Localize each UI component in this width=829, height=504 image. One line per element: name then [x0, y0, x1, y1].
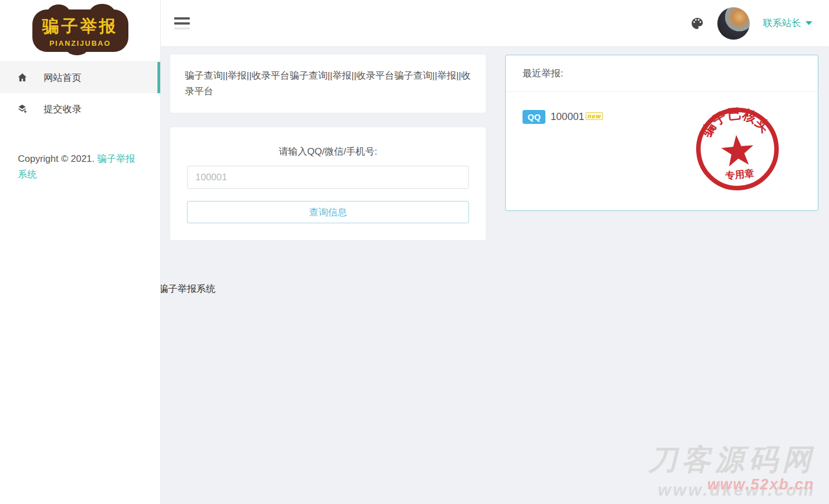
stamp-bottom-text: 专用章 — [724, 167, 754, 181]
watermark: 刀客源码网 www.dkewl.com www.52xb.cn — [648, 440, 816, 501]
home-icon — [17, 72, 28, 83]
footer-site-name: 骗子举报系统 — [159, 282, 215, 295]
watermark-title: 刀客源码网 — [648, 440, 816, 479]
sidebar-item-home[interactable]: 网站首页 — [0, 62, 160, 93]
new-badge-icon: new — [586, 112, 602, 120]
recent-reports-body: QQ 100001 new 骗子已核实 — [506, 92, 818, 210]
intro-text: 骗子查询||举报||收录平台骗子查询||举报||收录平台骗子查询||举报||收录… — [185, 70, 471, 97]
stamp-arc-text: 骗子已核实 — [696, 103, 774, 141]
sidebar-item-submit[interactable]: 提交收录 — [0, 93, 160, 124]
chevron-down-icon — [806, 21, 812, 25]
search-card: 请输入QQ/微信/手机号: 查询信息 — [170, 127, 486, 240]
avatar[interactable] — [717, 7, 750, 40]
menu-toggle-button[interactable] — [174, 17, 190, 30]
theme-palette-button[interactable] — [691, 17, 704, 30]
copyright: Copyright © 2021. 骗子举报系统 — [0, 151, 160, 183]
recent-reports-card: 最近举报: QQ 100001 new 骗子已核 — [505, 55, 818, 211]
site-logo[interactable]: 骗子举报 PIANZIJUBAO — [32, 9, 128, 52]
sidebar: 骗子举报 PIANZIJUBAO 网站首页 提交收录 — [0, 0, 161, 504]
sidebar-item-label: 网站首页 — [44, 71, 82, 84]
intro-card: 骗子查询||举报||收录平台骗子查询||举报||收录平台骗子查询||举报||收录… — [170, 55, 486, 113]
logo-title: 骗子举报 — [42, 15, 118, 38]
right-column: 最近举报: QQ 100001 new 骗子已核 — [505, 55, 818, 211]
search-input[interactable] — [187, 166, 469, 189]
submit-layers-icon — [17, 103, 28, 114]
content-area: 骗子查询||举报||收录平台骗子查询||举报||收录平台骗子查询||举报||收录… — [161, 46, 829, 504]
report-item[interactable]: QQ 100001 new — [523, 110, 603, 124]
watermark-url-primary: www.dkewl.com — [658, 481, 816, 499]
svg-text:骗子已核实: 骗子已核实 — [696, 103, 774, 141]
left-column: 骗子查询||举报||收录平台骗子查询||举报||收录平台骗子查询||举报||收录… — [170, 55, 486, 240]
stamp-star-icon — [720, 133, 755, 167]
watermark-urls: www.dkewl.com www.52xb.cn — [648, 481, 816, 501]
search-button[interactable]: 查询信息 — [187, 201, 469, 223]
logo-subtitle: PIANZIJUBAO — [42, 39, 118, 47]
watermark-url-secondary: www.52xb.cn — [707, 476, 814, 493]
app-root: 骗子举报 PIANZIJUBAO 网站首页 提交收录 — [0, 0, 829, 504]
logo-area: 骗子举报 PIANZIJUBAO — [0, 0, 160, 61]
contact-admin-label: 联系站长 — [763, 17, 801, 30]
topbar-right: 联系站长 — [691, 7, 812, 40]
palette-icon — [691, 17, 704, 30]
contact-admin-dropdown[interactable]: 联系站长 — [763, 17, 812, 30]
sidebar-item-label: 提交收录 — [44, 103, 82, 116]
main-column: 联系站长 骗子查询||举报||收录平台骗子查询||举报||收录平台骗子查询||举… — [161, 0, 829, 504]
topbar: 联系站长 — [161, 0, 829, 46]
qq-type-badge[interactable]: QQ — [523, 110, 545, 124]
sidebar-nav: 网站首页 提交收录 — [0, 61, 160, 124]
recent-reports-title: 最近举报: — [506, 55, 818, 92]
verified-stamp: 骗子已核实 专用章 — [692, 103, 784, 195]
report-number: 100001 — [550, 111, 584, 123]
copyright-text: Copyright © 2021. — [18, 153, 94, 164]
search-label: 请输入QQ/微信/手机号: — [187, 145, 469, 158]
